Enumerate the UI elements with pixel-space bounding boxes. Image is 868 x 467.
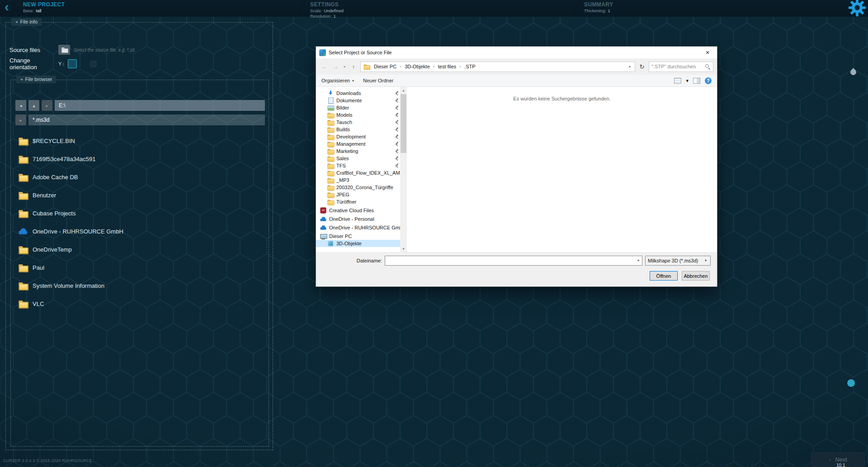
tree-item[interactable]: 200320_Corona_Türgriffe	[316, 184, 400, 191]
tree-item-label: Bilder	[336, 105, 349, 110]
tree-item[interactable]: Tausch	[316, 119, 400, 126]
folder-icon	[18, 281, 28, 291]
address-dropdown-icon[interactable]: ▾	[627, 65, 632, 69]
filter-expand-button[interactable]: ▸	[15, 114, 26, 125]
tree-item[interactable]: _MP3	[316, 176, 400, 184]
nav-forward-button[interactable]: ▸	[42, 100, 52, 111]
history-back-icon[interactable]: ←	[320, 63, 329, 70]
folder-icon	[363, 63, 370, 70]
file-name: Cubase Projects	[33, 210, 75, 217]
change-view-icon[interactable]	[674, 78, 681, 84]
folder-icon	[18, 208, 28, 218]
slider-handle[interactable]	[847, 379, 855, 387]
help-icon[interactable]: ?	[705, 77, 712, 84]
tree-item[interactable]: Development	[316, 133, 400, 140]
step-new-project[interactable]: NEW PROJECT Base:tall	[23, 1, 65, 13]
tree-item[interactable]: Türöffner	[316, 198, 400, 205]
axis-letter: Y	[58, 61, 61, 67]
file-row[interactable]: Paul	[15, 258, 265, 276]
tree-item[interactable]: Management	[316, 140, 400, 148]
browse-source-button[interactable]	[58, 45, 70, 55]
breadcrumb-item[interactable]: Dieser PC ›	[372, 64, 403, 69]
back-chevron-icon[interactable]: ‹	[5, 0, 9, 15]
file-name: Paul	[33, 264, 44, 271]
file-row[interactable]: Benutzer	[15, 186, 265, 204]
tree-item[interactable]: Bilder	[316, 104, 400, 111]
base-line: Base:tall	[23, 9, 65, 13]
corner-readout: 10.1	[836, 463, 845, 467]
up-folder-icon[interactable]: ↑	[349, 63, 358, 70]
breadcrumb-item[interactable]: .STP ›	[462, 64, 477, 69]
preview-pane-icon[interactable]	[693, 78, 700, 84]
tree-item[interactable]: Builds	[316, 126, 400, 133]
file-row[interactable]: 7169f53ce478a34ac591	[15, 150, 265, 168]
filename-combo[interactable]: ▾	[385, 256, 642, 266]
path-field[interactable]: E:\	[55, 100, 265, 111]
scroll-up-icon[interactable]: ▲	[400, 87, 407, 94]
tree-item[interactable]: OneDrive - RUHRSOURCE GmbH	[316, 224, 400, 231]
chevron-down-icon[interactable]: ▾	[636, 258, 641, 262]
dialog-titlebar[interactable]: Select Project or Source File ×	[316, 47, 717, 58]
file-row[interactable]: OneDrive - RUHRSOURCE GmbH	[15, 222, 265, 240]
filter-field[interactable]: *.ms3d	[28, 114, 265, 125]
organize-label: Organisieren	[321, 78, 350, 83]
tree-item[interactable]: Dieser PC	[316, 233, 400, 240]
tree-item[interactable]: 3D-Objekte	[316, 240, 400, 247]
new-folder-button[interactable]: Neuer Ordner	[363, 78, 393, 83]
chevron-left-icon: ◂	[20, 77, 23, 81]
tree-item[interactable]: Sales	[316, 155, 400, 162]
tree-item-label: Creative Cloud Files	[329, 208, 374, 213]
breadcrumb-item[interactable]: 3D-Objekte ›	[403, 64, 436, 69]
breadcrumb-item[interactable]: test files ›	[436, 64, 462, 69]
left-panel: ◂ File info Source files Select the sour…	[5, 22, 273, 450]
settings-gear-icon[interactable]	[848, 0, 866, 17]
history-dropdown-icon[interactable]: ▾	[342, 65, 347, 69]
nav-back-button[interactable]: ◂	[15, 100, 26, 111]
tree-item[interactable]: Downloads	[316, 90, 400, 97]
file-browser-legend[interactable]: ◂ File browser	[16, 76, 56, 83]
step-summary[interactable]: SUMMARY Thickening:1	[584, 1, 613, 13]
folder-icon	[61, 46, 68, 53]
file-row[interactable]: System Volume Information	[15, 276, 265, 295]
folder-icon	[327, 176, 334, 183]
command-bar-right: ▾ ?	[674, 77, 712, 84]
tree-item[interactable]: JPEG	[316, 191, 400, 198]
scroll-down-icon[interactable]: ▼	[400, 245, 407, 252]
tree-item[interactable]: CrafBot_Flow_IDEX_XL_AME	[316, 169, 400, 176]
file-row[interactable]: VLC	[15, 295, 265, 313]
refresh-icon[interactable]: ↻	[637, 63, 646, 70]
history-forward-icon[interactable]: →	[331, 63, 340, 70]
file-row[interactable]: $RECYCLE.BIN	[15, 132, 265, 150]
orientation-extra-icon[interactable]	[90, 61, 96, 67]
orientation-toggle-button[interactable]	[68, 59, 77, 68]
tree-item[interactable]: Marketing	[316, 148, 400, 155]
axis-y-flip-icon[interactable]: Y ↕	[58, 61, 64, 67]
tree-item[interactable]: TFS	[316, 162, 400, 169]
scrollbar-thumb[interactable]	[401, 94, 406, 153]
filetype-select[interactable]: Milkshape 3D (*.ms3d) ▾	[645, 256, 711, 266]
file-row[interactable]: OneDriveTemp	[15, 240, 265, 258]
chevron-down-icon[interactable]: ▾	[686, 78, 689, 84]
file-row[interactable]: Cubase Projects	[15, 204, 265, 222]
dialog-file-area[interactable]: Es wurden keine Suchergebnisse gefunden.	[407, 87, 717, 252]
tree-item[interactable]: Dokumente	[316, 97, 400, 104]
tree-item[interactable]: OneDrive - Personal	[316, 215, 400, 223]
breadcrumb[interactable]: Dieser PC › 3D-Objekte › test files › .S…	[360, 62, 635, 72]
tree-item-label: Development	[336, 134, 366, 139]
file-info-legend[interactable]: ◂ File info	[11, 18, 42, 26]
dialog-buttons-row: Öffnen Abbrechen	[316, 269, 717, 286]
tree-item[interactable]: Creative Cloud Files	[316, 207, 400, 214]
search-input[interactable]	[651, 64, 703, 69]
step-settings[interactable]: SETTINGS Scale:Undefined Resolution:1	[310, 1, 344, 19]
file-row[interactable]: Adobe Cache DB	[15, 168, 265, 186]
tree-scrollbar[interactable]: ▲ ▼	[400, 87, 407, 252]
search-box[interactable]	[649, 62, 713, 72]
tree-item[interactable]: Models	[316, 111, 400, 119]
filename-input[interactable]	[387, 258, 636, 263]
organize-menu[interactable]: Organisieren ▾	[321, 78, 354, 83]
open-button[interactable]: Öffnen	[650, 271, 678, 281]
cancel-button[interactable]: Abbrechen	[682, 271, 710, 281]
close-icon[interactable]: ×	[698, 47, 717, 58]
dialog-title: Select Project or Source File	[329, 50, 392, 55]
nav-up-button[interactable]: ▴	[28, 100, 39, 111]
